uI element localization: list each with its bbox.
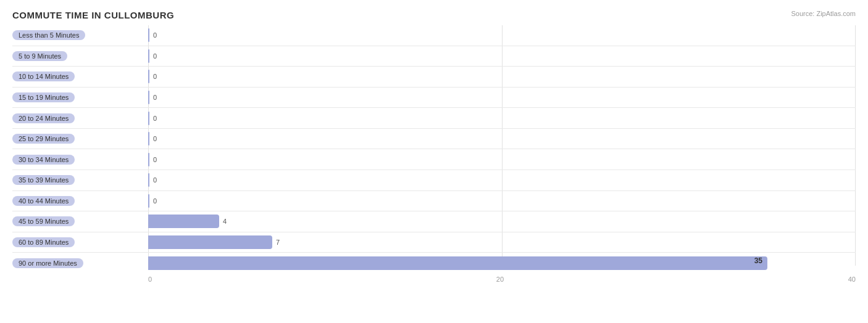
bar-fill <box>148 70 149 83</box>
bar-row: 5 to 9 Minutes0 <box>12 46 856 67</box>
bar-track: 0 <box>148 28 856 42</box>
bar-value: 4 <box>223 218 227 225</box>
x-axis-label-0: 0 <box>148 276 152 283</box>
bar-row: 45 to 59 Minutes4 <box>12 211 856 232</box>
bar-fill <box>148 215 219 228</box>
bar-label: 5 to 9 Minutes <box>12 51 148 61</box>
bar-track: 7 <box>148 235 856 249</box>
bar-label-pill: 5 to 9 Minutes <box>12 51 67 61</box>
bar-label: 35 to 39 Minutes <box>12 175 148 185</box>
bar-label: 30 to 34 Minutes <box>12 155 148 165</box>
bar-label: 40 to 44 Minutes <box>12 196 148 206</box>
bar-value: 0 <box>153 135 157 142</box>
x-axis: 0 20 40 <box>148 276 856 283</box>
bar-label: 20 to 24 Minutes <box>12 113 148 123</box>
bar-fill <box>148 173 149 187</box>
bar-track: 0 <box>148 112 856 125</box>
bar-label: 10 to 14 Minutes <box>12 72 148 81</box>
bar-fill <box>148 112 149 125</box>
bar-value: 7 <box>276 239 280 246</box>
bar-row: 25 to 29 Minutes0 <box>12 129 856 150</box>
bar-label-pill: 25 to 29 Minutes <box>12 134 75 144</box>
bar-label: 60 to 89 Minutes <box>12 237 148 247</box>
bar-value-inside: 35 <box>754 256 762 265</box>
bar-label-pill: 60 to 89 Minutes <box>12 237 75 247</box>
source-label: Source: ZipAtlas.com <box>791 10 856 17</box>
bar-track: 0 <box>148 49 856 63</box>
bar-label: 15 to 19 Minutes <box>12 92 148 102</box>
bar-row: 30 to 34 Minutes0 <box>12 149 856 170</box>
bar-row: 60 to 89 Minutes7 <box>12 232 856 253</box>
bar-value: 0 <box>153 31 157 39</box>
bar-fill <box>148 235 272 249</box>
bar-label-pill: 10 to 14 Minutes <box>12 72 75 81</box>
bar-label: Less than 5 Minutes <box>12 30 148 40</box>
bar-row: 35 to 39 Minutes0 <box>12 170 856 191</box>
bar-fill <box>148 91 149 104</box>
bar-fill <box>148 49 149 63</box>
bar-label-pill: 45 to 59 Minutes <box>12 216 75 226</box>
chart-area: Less than 5 Minutes05 to 9 Minutes010 to… <box>12 25 856 283</box>
bar-label: 25 to 29 Minutes <box>12 134 148 144</box>
bar-value: 0 <box>153 156 157 163</box>
bar-fill <box>148 28 149 42</box>
bar-row: 15 to 19 Minutes0 <box>12 88 856 108</box>
bar-track: 0 <box>148 173 856 187</box>
bars-wrapper: Less than 5 Minutes05 to 9 Minutes010 to… <box>12 25 856 273</box>
bar-track: 0 <box>148 153 856 166</box>
bar-track: 0 <box>148 70 856 83</box>
bar-value: 0 <box>153 94 157 101</box>
bar-label-pill: Less than 5 Minutes <box>12 30 85 40</box>
bar-row: 40 to 44 Minutes0 <box>12 191 856 212</box>
bar-value: 0 <box>153 52 157 60</box>
bar-fill <box>148 194 149 208</box>
bar-label-pill: 20 to 24 Minutes <box>12 113 75 123</box>
bar-track: 35 <box>148 256 856 270</box>
chart-title: COMMUTE TIME IN CULLOMBURG <box>12 10 856 20</box>
bar-value: 0 <box>153 197 157 205</box>
bar-label-pill: 30 to 34 Minutes <box>12 155 75 165</box>
x-axis-label-20: 20 <box>496 276 504 283</box>
bar-label-pill: 35 to 39 Minutes <box>12 175 75 185</box>
bar-track: 0 <box>148 132 856 145</box>
bar-fill <box>148 132 149 145</box>
bar-row: 10 to 14 Minutes0 <box>12 67 856 88</box>
bar-track: 0 <box>148 91 856 104</box>
bar-label: 45 to 59 Minutes <box>12 216 148 226</box>
bar-label-pill: 90 or more Minutes <box>12 258 83 268</box>
bar-fill <box>148 153 149 166</box>
bar-value: 0 <box>153 73 157 80</box>
chart-container: COMMUTE TIME IN CULLOMBURG Source: ZipAt… <box>0 0 868 323</box>
bar-fill: 35 <box>148 256 767 270</box>
bar-track: 4 <box>148 215 856 228</box>
bar-row: 90 or more Minutes35 <box>12 253 856 273</box>
bar-row: Less than 5 Minutes0 <box>12 25 856 46</box>
bar-label-pill: 15 to 19 Minutes <box>12 92 75 102</box>
bar-label: 90 or more Minutes <box>12 258 148 268</box>
bar-row: 20 to 24 Minutes0 <box>12 108 856 129</box>
bar-label-pill: 40 to 44 Minutes <box>12 196 75 206</box>
bar-track: 0 <box>148 194 856 208</box>
bar-value: 0 <box>153 176 157 184</box>
bar-value: 0 <box>153 115 157 122</box>
x-axis-label-40: 40 <box>848 276 856 283</box>
